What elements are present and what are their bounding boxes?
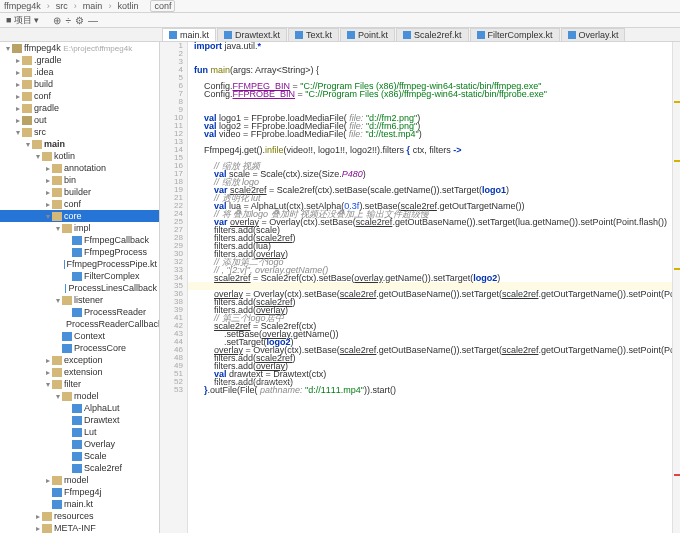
tree-processlinescallback[interactable]: ProcessLinesCallback — [0, 282, 159, 294]
expand-arrow[interactable]: ▸ — [14, 116, 22, 125]
tree-resources[interactable]: ▸resources — [0, 510, 159, 522]
tree-scale2ref[interactable]: Scale2ref — [0, 462, 159, 474]
settings-icon[interactable]: ⚙ — [75, 15, 84, 26]
folder-icon — [52, 356, 62, 365]
tree-impl[interactable]: ▾impl — [0, 222, 159, 234]
file-icon — [224, 31, 232, 39]
editor-tabs: main.ktDrawtext.ktText.ktPoint.ktScale2r… — [0, 28, 680, 42]
kt-icon — [72, 308, 82, 317]
tab-filtercomplex-kt[interactable]: FilterComplex.kt — [470, 28, 560, 41]
tree-context[interactable]: Context — [0, 330, 159, 342]
project-name[interactable]: ffmpeg4k — [4, 1, 41, 11]
expand-arrow[interactable]: ▾ — [54, 296, 62, 305]
tree-listener[interactable]: ▾listener — [0, 294, 159, 306]
collapse-icon[interactable]: ÷ — [65, 15, 71, 26]
tree-conf[interactable]: ▸conf — [0, 90, 159, 102]
expand-arrow[interactable]: ▸ — [14, 56, 22, 65]
tree-model[interactable]: ▾model — [0, 390, 159, 402]
expand-arrow[interactable]: ▸ — [34, 512, 42, 521]
tree-model[interactable]: ▸model — [0, 474, 159, 486]
tree-build[interactable]: ▸build — [0, 78, 159, 90]
tree-bin[interactable]: ▸bin — [0, 174, 159, 186]
tree-filter[interactable]: ▾filter — [0, 378, 159, 390]
folder-icon — [52, 212, 62, 221]
tree-out[interactable]: ▸out — [0, 114, 159, 126]
tree-lut[interactable]: Lut — [0, 426, 159, 438]
expand-arrow[interactable]: ▾ — [54, 224, 62, 233]
kt-icon — [52, 488, 62, 497]
tab-main-kt[interactable]: main.kt — [162, 28, 216, 41]
expand-arrow[interactable]: ▸ — [44, 176, 52, 185]
tree-builder[interactable]: ▸builder — [0, 186, 159, 198]
tree-meta-inf[interactable]: ▸META-INF — [0, 522, 159, 533]
expand-arrow[interactable]: ▾ — [44, 212, 52, 221]
tree-processcore[interactable]: ProcessCore — [0, 342, 159, 354]
expand-arrow[interactable]: ▸ — [44, 164, 52, 173]
tree-ffmpeg4j[interactable]: Ffmpeg4j — [0, 486, 159, 498]
hide-icon[interactable]: — — [88, 15, 98, 26]
folder-icon — [32, 140, 42, 149]
tab-overlay-kt[interactable]: Overlay.kt — [561, 28, 626, 41]
expand-arrow[interactable]: ▾ — [24, 140, 32, 149]
tree-ffmpegcallback[interactable]: FfmpegCallback — [0, 234, 159, 246]
conf-pill[interactable]: conf — [150, 0, 175, 12]
expand-arrow[interactable]: ▾ — [14, 128, 22, 137]
expand-arrow[interactable]: ▸ — [14, 92, 22, 101]
file-icon — [477, 31, 485, 39]
folder-icon — [62, 296, 72, 305]
tab-scale2ref-kt[interactable]: Scale2ref.kt — [396, 28, 469, 41]
tab-point-kt[interactable]: Point.kt — [340, 28, 395, 41]
project-tool-button[interactable]: ■ 项目 ▾ — [6, 14, 39, 27]
folder-icon — [52, 188, 62, 197]
kt-icon — [72, 452, 82, 461]
tree-ffmpegprocess[interactable]: FfmpegProcess — [0, 246, 159, 258]
kt-icon — [72, 464, 82, 473]
expand-arrow[interactable]: ▾ — [4, 44, 12, 53]
tab-text-kt[interactable]: Text.kt — [288, 28, 339, 41]
tree-processreader[interactable]: ProcessReader — [0, 306, 159, 318]
kt-icon — [72, 416, 82, 425]
folder-icon — [22, 128, 32, 137]
tree--idea[interactable]: ▸.idea — [0, 66, 159, 78]
tree-drawtext[interactable]: Drawtext — [0, 414, 159, 426]
expand-arrow[interactable]: ▾ — [44, 380, 52, 389]
code-editor[interactable]: 1234567891011121314151617181921222425272… — [160, 42, 680, 533]
expand-arrow[interactable]: ▸ — [44, 476, 52, 485]
tree-ffmpegprocesspipe-kt[interactable]: FfmpegProcessPipe.kt — [0, 258, 159, 270]
tree-extension[interactable]: ▸extension — [0, 366, 159, 378]
tree-annotation[interactable]: ▸annotation — [0, 162, 159, 174]
expand-arrow[interactable]: ▸ — [44, 356, 52, 365]
expand-arrow[interactable]: ▸ — [44, 200, 52, 209]
project-tree[interactable]: ▾ffmpeg4k E:\project\ffmpeg4k▸.gradle▸.i… — [0, 42, 160, 533]
expand-arrow[interactable]: ▸ — [14, 104, 22, 113]
kt-icon — [72, 248, 82, 257]
expand-arrow[interactable]: ▾ — [34, 152, 42, 161]
tree-kotlin[interactable]: ▾kotlin — [0, 150, 159, 162]
tree-exception[interactable]: ▸exception — [0, 354, 159, 366]
tree-overlay[interactable]: Overlay — [0, 438, 159, 450]
tree-ffmpeg4k[interactable]: ▾ffmpeg4k E:\project\ffmpeg4k — [0, 42, 159, 54]
tree-processreadercallback[interactable]: ProcessReaderCallback — [0, 318, 159, 330]
tree-scale[interactable]: Scale — [0, 450, 159, 462]
folder-icon — [52, 476, 62, 485]
expand-arrow[interactable]: ▸ — [44, 368, 52, 377]
folder-icon — [52, 368, 62, 377]
tree-conf[interactable]: ▸conf — [0, 198, 159, 210]
error-stripe[interactable] — [672, 42, 680, 533]
tree-gradle[interactable]: ▸gradle — [0, 102, 159, 114]
expand-arrow[interactable]: ▾ — [54, 392, 62, 401]
expand-arrow[interactable]: ▸ — [14, 80, 22, 89]
tree-core[interactable]: ▾core — [0, 210, 159, 222]
tab-drawtext-kt[interactable]: Drawtext.kt — [217, 28, 287, 41]
tree-filtercomplex[interactable]: FilterComplex — [0, 270, 159, 282]
sort-icon[interactable]: ⊕ — [53, 15, 61, 26]
tree-main[interactable]: ▾main — [0, 138, 159, 150]
tree-src[interactable]: ▾src — [0, 126, 159, 138]
expand-arrow[interactable]: ▸ — [34, 524, 42, 533]
expand-arrow[interactable]: ▸ — [44, 188, 52, 197]
code-area[interactable]: import java.util.*fun main(args: Array<S… — [188, 42, 672, 533]
tree--gradle[interactable]: ▸.gradle — [0, 54, 159, 66]
tree-alphalut[interactable]: AlphaLut — [0, 402, 159, 414]
expand-arrow[interactable]: ▸ — [14, 68, 22, 77]
tree-main-kt[interactable]: main.kt — [0, 498, 159, 510]
